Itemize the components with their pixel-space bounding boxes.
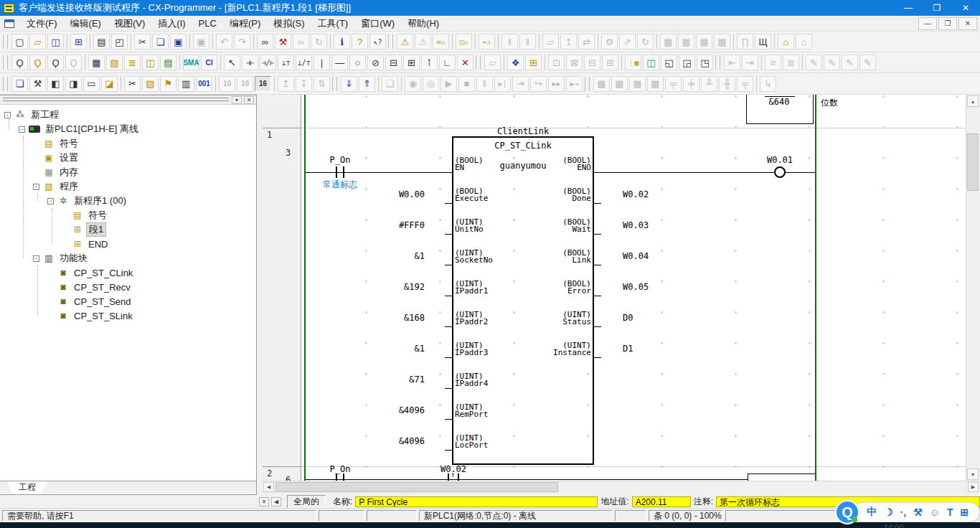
- scroll-right-button[interactable]: ▶: [968, 482, 979, 492]
- set-monitor-1-button[interactable]: ◉: [405, 76, 421, 92]
- edit-pen-3-button[interactable]: ✎: [842, 55, 858, 70]
- go-rung-up-button[interactable]: ↥: [278, 76, 294, 92]
- zoom-to-fit-button[interactable]: Ϙ: [29, 55, 46, 70]
- step-trace-button[interactable]: ∏: [737, 34, 753, 50]
- compile-program-button[interactable]: ⚠: [397, 34, 413, 50]
- tree-item-内存-4[interactable]: ▦内存: [0, 165, 256, 179]
- fb-input-operand[interactable]: &4096: [356, 405, 425, 415]
- tree-item-CP_ST_Send-13[interactable]: ◙CP_ST_Send: [0, 294, 256, 308]
- line-delete-button[interactable]: ✕: [457, 55, 473, 70]
- mem-view-3-button[interactable]: ▩: [629, 76, 646, 92]
- new-up-instruction-button[interactable]: ⊺: [421, 55, 438, 70]
- tree-item-新程序1 (00)-6[interactable]: -✲新程序1 (00): [0, 194, 256, 208]
- monitor-view-2-button[interactable]: ▦: [678, 34, 694, 50]
- prev-rung-operand[interactable]: &640: [769, 97, 790, 107]
- fb-input-operand[interactable]: &1: [356, 344, 425, 354]
- toolbar-grip[interactable]: [388, 34, 393, 49]
- program-check-button[interactable]: ▱: [542, 34, 559, 50]
- sim-step-out-button[interactable]: ↪: [530, 76, 547, 92]
- replace-button[interactable]: ⚒: [275, 34, 291, 50]
- contact-bar[interactable]: [343, 166, 344, 178]
- monitor-view-1-button[interactable]: ▦: [660, 34, 677, 50]
- tree-item-CP_ST_CLink-11[interactable]: ◙CP_ST_CLink: [0, 265, 256, 280]
- ime-logo-icon[interactable]: Q: [835, 500, 859, 524]
- signed-decimal-display-button[interactable]: 10: [237, 76, 253, 92]
- net-view-2-button[interactable]: ╪: [683, 76, 699, 92]
- edit-pen-4-button[interactable]: ✎: [859, 55, 876, 70]
- tree-expander[interactable]: -: [47, 198, 54, 204]
- toolbar-grip[interactable]: [715, 55, 720, 70]
- coil-label[interactable]: W0.01: [767, 155, 793, 165]
- toolbar-grip[interactable]: [585, 77, 590, 91]
- new-coil-button[interactable]: ○: [349, 55, 366, 70]
- panel-grip[interactable]: ▾ ✕: [0, 95, 256, 105]
- fb-edit-1-button[interactable]: ⊡: [548, 55, 565, 70]
- mdi-restore-button[interactable]: ❐: [938, 17, 957, 30]
- panel-menu-button[interactable]: ▾: [232, 96, 242, 104]
- page-setup-button[interactable]: ⊞: [70, 34, 87, 50]
- cut-button[interactable]: ✂: [134, 34, 151, 50]
- fb-edit-2-button[interactable]: ⊠: [566, 55, 583, 70]
- tree-expander[interactable]: -: [19, 126, 25, 133]
- view-diagram-button[interactable]: ◧: [47, 76, 64, 92]
- scroll-left-button[interactable]: ◀: [263, 482, 274, 492]
- fb-output-operand[interactable]: D1: [623, 344, 633, 354]
- fb-library-button[interactable]: ❖: [507, 55, 524, 70]
- symbols-view-button[interactable]: ▤: [160, 55, 176, 70]
- ime-punctuation-icon[interactable]: ·,: [900, 506, 907, 518]
- tree-item-CP_ST_Recv-12[interactable]: ◙CP_ST_Recv: [0, 280, 256, 294]
- ime-skin-icon[interactable]: T: [947, 506, 953, 518]
- mem-view-1-button[interactable]: ▩: [593, 76, 610, 92]
- binary-display-button[interactable]: 001: [196, 76, 212, 92]
- force-status-button[interactable]: CI: [201, 55, 217, 70]
- compare-with-plc-button[interactable]: ⇄: [578, 34, 595, 50]
- fb-output-operand[interactable]: D0: [623, 313, 633, 323]
- view-window-button[interactable]: ▭: [83, 76, 100, 92]
- change-address-button[interactable]: ↻: [311, 34, 327, 50]
- sim-step-button[interactable]: ▶|: [494, 76, 511, 92]
- open-file-button[interactable]: ▱: [29, 34, 46, 50]
- find-report-button[interactable]: ∞⚠: [433, 34, 449, 50]
- release-password-button[interactable]: ⌂: [796, 34, 812, 50]
- print-button[interactable]: ▤: [93, 34, 110, 50]
- sim-run-to-button[interactable]: ▶⇥: [566, 76, 583, 92]
- horizontal-scroll-thumb[interactable]: [275, 482, 558, 492]
- fb-output-operand[interactable]: W0.02: [623, 189, 649, 199]
- mdi-minimize-button[interactable]: —: [918, 17, 937, 30]
- view-cascade-button[interactable]: ❏: [11, 76, 28, 92]
- transfer-fb-from-plc-button[interactable]: ⇑: [359, 76, 375, 92]
- fb-input-operand[interactable]: &168: [356, 313, 425, 323]
- set-monitor-2-button[interactable]: ◎: [423, 76, 439, 92]
- new-or-contact-button[interactable]: ⊥⊤: [278, 55, 294, 70]
- edit-mode-button[interactable]: ▱: [484, 55, 501, 70]
- new-instruction-button[interactable]: ⊟: [385, 55, 402, 70]
- tree-expander[interactable]: -: [4, 112, 11, 118]
- sim-step-in-button[interactable]: ⇥: [512, 76, 529, 92]
- contact-label[interactable]: P_On: [330, 155, 351, 165]
- net-view-4-button[interactable]: ╫: [719, 76, 735, 92]
- indent-left-button[interactable]: ⇤: [724, 55, 740, 70]
- close-button[interactable]: ✕: [951, 0, 980, 16]
- tree-item-END-9[interactable]: ⊞END: [0, 237, 256, 251]
- tree-item-符号-7[interactable]: ▤符号: [0, 208, 256, 222]
- tree-item-功能块-10[interactable]: -▥功能块: [0, 251, 256, 265]
- fb-output-operand[interactable]: W0.05: [623, 282, 649, 292]
- transfer-settings-button[interactable]: ⇗: [619, 34, 636, 50]
- redo-button[interactable]: ↷: [234, 34, 250, 50]
- symbol-address-field[interactable]: A200.11: [632, 496, 691, 507]
- undo-button[interactable]: ↶: [216, 34, 232, 50]
- line-connect-button[interactable]: ∟: [439, 55, 456, 70]
- zoom-out-button[interactable]: Ϙ: [65, 55, 82, 70]
- horizontal-scrollbar[interactable]: ◀ ▶: [263, 481, 980, 493]
- menu-s[interactable]: 模拟(S): [267, 16, 311, 30]
- toolbar-grip[interactable]: [332, 77, 337, 91]
- pause-simulator-button[interactable]: ‖: [501, 34, 518, 50]
- new-vertical-line-button[interactable]: |: [314, 55, 330, 70]
- output-coil[interactable]: [774, 166, 786, 178]
- io-comment-view-button[interactable]: ◫: [142, 55, 159, 70]
- window-view-2-button[interactable]: ◲: [679, 55, 695, 70]
- cross-reference-button[interactable]: Щ: [755, 34, 771, 50]
- monitor-view-4-button[interactable]: ▦: [714, 34, 730, 50]
- fb-calendar-button[interactable]: ⊞: [525, 55, 542, 70]
- symbol-bar-close-button[interactable]: ✕: [259, 497, 269, 506]
